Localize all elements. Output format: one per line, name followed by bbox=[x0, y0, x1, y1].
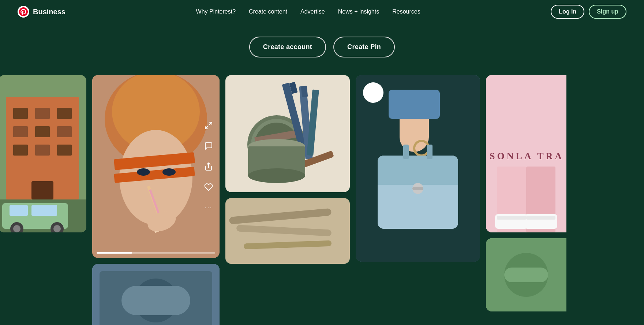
product-tag-icon-container[interactable]: 🏷 bbox=[363, 82, 383, 103]
brand-name: Business bbox=[33, 8, 65, 16]
svg-point-27 bbox=[137, 168, 150, 176]
svg-rect-6 bbox=[13, 126, 28, 137]
pin-column-5: SONLA TRA bbox=[486, 75, 566, 317]
svg-rect-5 bbox=[57, 108, 72, 119]
svg-rect-66 bbox=[427, 145, 433, 159]
svg-rect-64 bbox=[412, 187, 423, 190]
pin-column-4: 🏷 bbox=[356, 75, 480, 268]
svg-rect-20 bbox=[31, 205, 57, 216]
svg-point-51 bbox=[248, 168, 305, 183]
paint-bottom-svg bbox=[225, 198, 350, 264]
pin-column-3 bbox=[225, 75, 350, 270]
pinterest-logo-icon bbox=[18, 6, 29, 18]
pin-building-card[interactable] bbox=[0, 75, 86, 232]
nav-create-content[interactable]: Create content bbox=[249, 8, 287, 15]
svg-point-28 bbox=[162, 168, 176, 176]
svg-rect-58 bbox=[389, 90, 440, 119]
pin-small-col5-card[interactable] bbox=[486, 238, 566, 311]
fashion-svg: SONLA TRA bbox=[486, 75, 566, 232]
save-to-board-icon[interactable] bbox=[202, 119, 215, 132]
nav-advertise[interactable]: Advertise bbox=[300, 8, 325, 15]
like-icon[interactable] bbox=[202, 180, 215, 194]
pin-column-1 bbox=[0, 75, 86, 238]
paint-svg bbox=[225, 75, 350, 192]
nav-resources[interactable]: Resources bbox=[392, 8, 420, 15]
small-col5-svg bbox=[486, 238, 566, 311]
video-action-buttons: ··· bbox=[202, 119, 215, 214]
signup-button[interactable]: Sign up bbox=[589, 5, 626, 19]
pins-grid: ··· bbox=[0, 75, 644, 325]
small-bottom-svg bbox=[92, 264, 220, 325]
create-pin-button[interactable]: Create Pin bbox=[333, 37, 395, 57]
svg-rect-36 bbox=[121, 286, 190, 315]
hero-buttons: Create account Create Pin bbox=[0, 23, 644, 75]
pin-paint-bottom-card[interactable] bbox=[225, 198, 350, 264]
navbar-auth: Log in Sign up bbox=[551, 5, 626, 19]
comment-icon[interactable] bbox=[202, 139, 215, 153]
svg-rect-12 bbox=[31, 181, 53, 199]
pin-makeup-card[interactable]: ··· bbox=[92, 75, 220, 258]
nav-why-pinterest[interactable]: Why Pinterest? bbox=[196, 8, 236, 15]
navbar: Business Why Pinterest? Create content A… bbox=[0, 0, 644, 23]
more-options-icon[interactable]: ··· bbox=[202, 201, 215, 214]
svg-point-18 bbox=[53, 225, 61, 232]
svg-rect-4 bbox=[35, 108, 50, 119]
svg-point-17 bbox=[13, 225, 20, 232]
pin-fashion-card[interactable]: SONLA TRA bbox=[486, 75, 566, 232]
pin-column-2: ··· bbox=[92, 75, 220, 325]
building-svg bbox=[0, 75, 86, 232]
navbar-links: Why Pinterest? Create content Advertise … bbox=[196, 8, 420, 15]
bag-svg bbox=[356, 75, 480, 262]
video-progress-fill bbox=[97, 252, 132, 254]
svg-rect-11 bbox=[57, 145, 72, 156]
svg-text:SONLA TRA: SONLA TRA bbox=[490, 151, 564, 161]
svg-rect-77 bbox=[504, 268, 548, 282]
video-progress-bar[interactable] bbox=[97, 252, 215, 254]
svg-rect-9 bbox=[13, 145, 28, 156]
pin-small-bottom-card[interactable] bbox=[92, 264, 220, 325]
tag-icon: 🏷 bbox=[368, 87, 378, 98]
svg-rect-65 bbox=[403, 145, 409, 159]
create-account-button[interactable]: Create account bbox=[249, 37, 326, 57]
svg-rect-8 bbox=[57, 126, 72, 137]
svg-rect-19 bbox=[10, 205, 28, 216]
svg-rect-74 bbox=[526, 216, 555, 220]
login-button[interactable]: Log in bbox=[551, 5, 584, 19]
pin-paint-card[interactable] bbox=[225, 75, 350, 192]
svg-rect-45 bbox=[301, 86, 308, 97]
svg-rect-10 bbox=[35, 145, 50, 156]
share-icon[interactable] bbox=[202, 160, 215, 173]
nav-news-insights[interactable]: News + insights bbox=[338, 8, 379, 15]
pin-bag-card[interactable]: 🏷 bbox=[356, 75, 480, 262]
navbar-brand: Business bbox=[18, 6, 65, 18]
pin-building-image bbox=[0, 75, 86, 232]
svg-rect-3 bbox=[13, 108, 28, 119]
makeup-svg bbox=[92, 75, 220, 258]
svg-rect-73 bbox=[497, 216, 526, 220]
svg-rect-7 bbox=[35, 126, 50, 137]
